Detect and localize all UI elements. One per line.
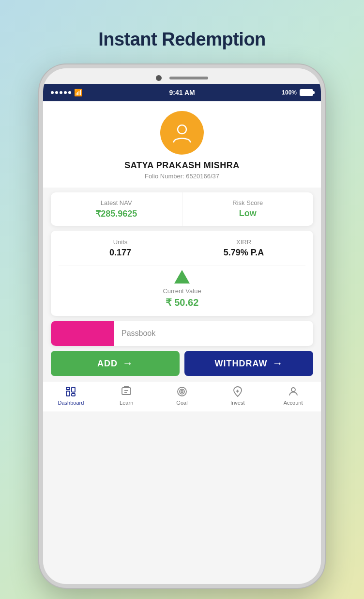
add-label: ADD (97, 359, 118, 369)
account-icon (287, 385, 300, 398)
xirr-value: 5.79% P.A (182, 248, 305, 258)
nav-cell: Latest NAV ₹285.9625 (51, 192, 182, 226)
passbook-row[interactable]: Passbook (51, 321, 313, 346)
add-arrow-icon: → (122, 357, 133, 370)
svg-rect-5 (122, 388, 131, 394)
user-name: SATYA PRAKASH MISHRA (124, 160, 239, 171)
account-label: Account (284, 400, 303, 406)
goal-label: Goal (176, 400, 187, 406)
svg-point-9 (180, 389, 184, 394)
status-bar: 📶 9:41 AM 100% (43, 84, 321, 101)
risk-label: Risk Score (190, 199, 306, 206)
passbook-label: Passbook (114, 329, 163, 338)
units-value: 0.177 (59, 248, 182, 258)
svg-rect-1 (66, 387, 70, 390)
learn-label: Learn (120, 400, 133, 406)
units-cell: Units 0.177 (59, 238, 182, 258)
triangle-icon (174, 270, 190, 284)
phone-top (43, 68, 321, 84)
investment-card: Units 0.177 XIRR 5.79% P.A Current Value… (51, 231, 313, 316)
battery-icon (300, 89, 313, 96)
status-right: 100% (282, 89, 313, 96)
action-buttons: ADD → WITHDRAW → (43, 351, 321, 376)
nav-value: ₹285.9625 (59, 208, 174, 219)
bottom-nav: Dashboard Learn (43, 381, 321, 411)
risk-cell: Risk Score Low (182, 192, 314, 226)
svg-rect-2 (66, 391, 70, 396)
battery-percentage: 100% (282, 89, 297, 96)
dashboard-icon (64, 385, 77, 398)
status-left: 📶 (51, 89, 82, 96)
invest-icon (231, 385, 244, 398)
nav-item-dashboard[interactable]: Dashboard (56, 385, 85, 406)
nav-item-invest[interactable]: Invest (223, 385, 252, 406)
dashboard-label: Dashboard (58, 400, 84, 406)
front-camera (156, 75, 162, 81)
svg-rect-3 (72, 387, 75, 392)
current-value-amount: ₹ 50.62 (166, 297, 199, 308)
investment-row: Units 0.177 XIRR 5.79% P.A (59, 238, 305, 258)
page-title: Instant Redemption (98, 29, 266, 50)
learn-icon (120, 385, 133, 398)
xirr-label: XIRR (182, 238, 305, 246)
status-time: 9:41 AM (169, 89, 195, 96)
nav-item-account[interactable]: Account (279, 385, 308, 406)
current-value-section: Current Value ₹ 50.62 (59, 266, 305, 308)
nav-item-learn[interactable]: Learn (112, 385, 141, 406)
risk-value: Low (190, 208, 306, 219)
withdraw-arrow-icon: → (272, 357, 283, 370)
nav-label: Latest NAV (59, 199, 174, 206)
app-content: SATYA PRAKASH MISHRA Folio Number: 65201… (43, 101, 321, 584)
svg-point-0 (178, 125, 186, 134)
invest-label: Invest (230, 400, 244, 406)
passbook-pink-tab (51, 321, 114, 346)
phone-hardware (156, 75, 208, 81)
svg-rect-4 (72, 394, 75, 396)
profile-section: SATYA PRAKASH MISHRA Folio Number: 65201… (43, 101, 321, 188)
speaker (169, 77, 208, 79)
phone-shell: 📶 9:41 AM 100% SATYA PRAKASH MISHRA Foli… (39, 64, 325, 588)
svg-point-13 (291, 388, 295, 392)
nav-item-goal[interactable]: Goal (167, 385, 197, 406)
folio-number: Folio Number: 6520166/37 (145, 173, 219, 180)
stats-row: Latest NAV ₹285.9625 Risk Score Low (51, 192, 313, 226)
signal-dots (51, 91, 71, 94)
avatar (160, 111, 204, 155)
withdraw-label: WITHDRAW (215, 359, 268, 369)
stats-card: Latest NAV ₹285.9625 Risk Score Low (51, 192, 313, 226)
xirr-cell: XIRR 5.79% P.A (182, 238, 305, 258)
withdraw-button[interactable]: WITHDRAW → (184, 351, 313, 376)
units-label: Units (59, 238, 182, 246)
goal-icon (176, 385, 188, 398)
svg-point-10 (181, 391, 183, 393)
wifi-icon: 📶 (74, 89, 82, 96)
add-button[interactable]: ADD → (51, 351, 180, 376)
current-value-label: Current Value (163, 287, 201, 295)
svg-point-8 (178, 387, 186, 396)
